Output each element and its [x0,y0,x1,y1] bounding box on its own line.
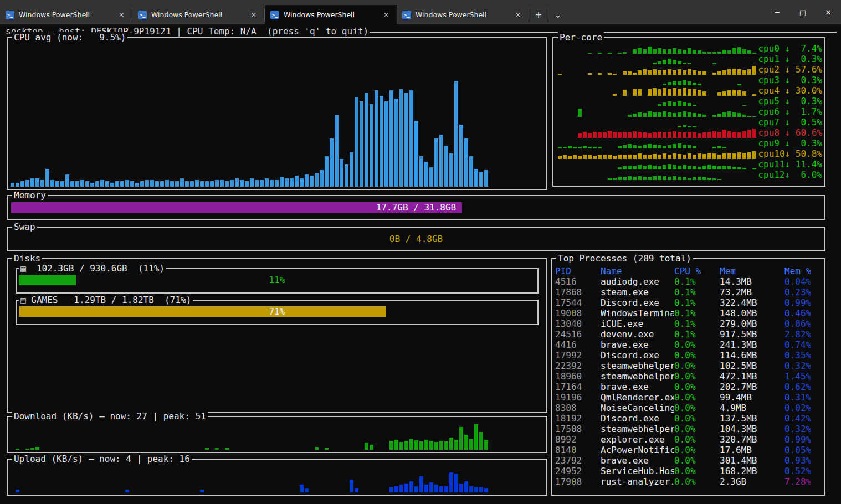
chart-bar [409,90,413,187]
process-row[interactable]: 18960steamwebhelper0.0%472.1MB1.45% [555,371,822,382]
chart-bar [305,488,309,492]
sparkline-bar [578,147,582,148]
sparkline-bar [668,164,671,169]
sparkline-bar [608,155,612,159]
process-row[interactable]: 18192Discord.exe0.0%137.5MB0.42% [555,413,822,424]
chart-bar [16,449,19,450]
sparkline-bar [558,147,562,148]
chart-bar [389,441,393,450]
close-button[interactable]: ✕ [816,0,841,24]
process-row[interactable]: 17544Discord.exe0.1%322.4MB0.99% [555,297,822,308]
process-cell-mem: 73.2MB [720,287,784,297]
chart-bar [115,181,119,187]
tab-close-icon[interactable]: ✕ [513,10,523,20]
sparkline-bar [653,176,657,180]
process-cell-memp: 0.32% [784,424,822,434]
chart-bar [215,180,219,187]
sparkline-bar [643,145,647,148]
process-row[interactable]: 24952ServiceHub.Hos0.0%168.2MB0.52% [555,466,822,476]
sparkline-bar [633,131,637,138]
sparkline-bar [717,146,721,148]
top-processes-title: Top Processes (289 total) [556,253,693,264]
sparkline-bar [678,143,681,148]
core-list: cpu0 ↓ 7.4%cpu1 ↓ 0.3%cpu2 ↓ 57.6%cpu3 ↓… [558,43,822,180]
core-row: cpu10↓ 50.8% [558,148,822,159]
tab-close-icon[interactable]: ✕ [381,10,391,20]
process-row[interactable]: 17508steamwebhelper0.0%104.3MB0.32% [555,424,822,434]
process-table-header: PID Name CPU % Mem Mem % [555,266,822,276]
process-row[interactable]: 19196QmlRenderer.ex0.0%99.4MB0.31% [555,392,822,403]
chart-bar [350,480,353,492]
chart-bar [464,435,468,450]
tab-powershell-1[interactable]: >_ Windows PowerShell ✕ [0,5,132,24]
core-sparkline [558,76,758,85]
process-row[interactable]: 4416brave.exe0.0%241.3MB0.74% [555,340,822,350]
chart-bar [60,181,64,187]
process-row[interactable]: 24516devenv.exe0.1%917.5MB2.82% [555,329,822,340]
chart-bar [469,486,473,492]
chart-bar [85,181,89,187]
terminal-content: socktop — host: DESKTOP-9P19121 | CPU Te… [0,24,841,504]
sparkline-bar [688,69,691,75]
process-cell-memp: 0.93% [784,455,822,466]
process-row[interactable]: 17908rust-analyzer.0.0%2.3GB7.28% [555,476,822,487]
tab-powershell-4[interactable]: >_ Windows PowerShell ✕ [397,5,529,24]
chart-bar [409,481,413,492]
sparkline-bar [717,71,721,75]
maximize-button[interactable]: □ [790,0,816,24]
process-cell-name: QmlRenderer.ex [601,392,674,403]
disk-item-games: ▤ GAMES 1.29TB / 1.82TB (71%) 71% [16,300,539,325]
core-label: cpu6 ↓ 1.7% [758,106,822,117]
core-row: cpu2 ↓ 57.6% [558,64,822,75]
process-row[interactable]: 23792brave.exe0.0%301.4MB0.93% [555,455,822,466]
tab-powershell-2[interactable]: >_ Windows PowerShell ✕ [132,5,264,24]
sparkline-bar [737,90,741,96]
sparkline-bar [673,60,676,64]
process-cell-pid: 8992 [555,434,601,445]
sparkline-bar [688,81,691,85]
core-label: cpu12↓ 6.0% [758,169,822,180]
tab-dropdown-chevron-icon[interactable]: ⌄ [548,5,567,24]
sparkline-bar [623,71,627,75]
sparkline-bar [722,166,726,169]
sparkline-bar [648,133,652,138]
disk-games-gauge: 71% [19,306,535,317]
chart-bar [404,484,408,492]
process-row[interactable]: 8308NoiseCanceling0.0%4.9MB0.02% [555,403,822,413]
chart-bar [444,441,448,450]
core-row: cpu7 ↓ 0.5% [558,117,822,127]
sparkline-bar [653,112,657,117]
process-row[interactable]: 22392steamwebhelper0.0%102.5MB0.32% [555,361,822,371]
process-cell-memp: 0.46% [784,308,822,318]
sparkline-bar [648,47,652,54]
sparkline-bar [678,177,681,180]
process-row[interactable]: 19008WindowsTermina0.1%148.0MB0.46% [555,308,822,318]
process-row[interactable]: 17164brave.exe0.0%202.7MB0.62% [555,382,822,392]
minimize-button[interactable]: ─ [765,0,790,24]
process-cell-mem: 472.1MB [720,371,784,382]
process-row[interactable]: 8140AcPowerNotific0.0%17.6MB0.05% [555,445,822,455]
process-row[interactable]: 17868steam.exe0.1%73.2MB0.23% [555,287,822,297]
tab-close-icon[interactable]: ✕ [116,10,126,20]
process-row[interactable]: 8992explorer.exe0.0%320.7MB0.99% [555,434,822,445]
sparkline-bar [668,49,671,54]
sparkline-bar [618,53,622,54]
new-tab-button[interactable]: + [529,5,548,24]
process-cell-name: brave.exe [601,455,674,466]
process-row[interactable]: 13040iCUE.exe0.1%279.0MB0.86% [555,318,822,329]
sparkline-bar [737,84,741,85]
process-row[interactable]: 17992Discord.exe0.0%114.6MB0.35% [555,350,822,361]
sparkline-bar [623,145,627,148]
tab-powershell-3-active[interactable]: >_ Windows PowerShell ✕ [265,5,397,24]
sparkline-bar [678,81,681,85]
sparkline-bar [712,147,716,148]
tab-close-icon[interactable]: ✕ [249,10,259,20]
top-processes-panel: Top Processes (289 total) PID Name CPU %… [551,258,825,496]
sparkline-bar [628,71,632,75]
sparkline-bar [653,166,657,169]
process-cell-mem: 322.4MB [720,297,784,308]
sparkline-bar [752,151,756,159]
process-row[interactable]: 4516audiodg.exe0.1%14.3MB0.04% [555,276,822,287]
chart-bar [479,172,483,187]
sparkline-bar [568,156,572,159]
